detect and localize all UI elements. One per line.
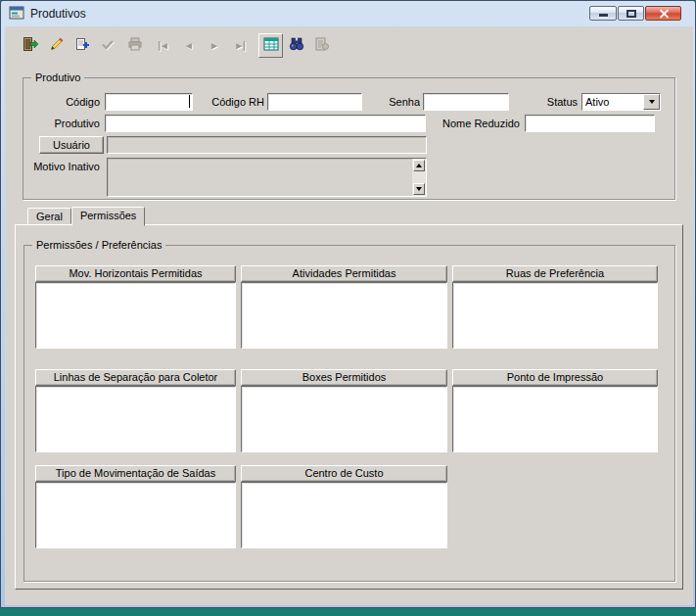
codigo-rh-input[interactable]	[267, 93, 362, 111]
codigo-rh-label: Código RH	[196, 95, 264, 109]
print-button[interactable]	[122, 33, 147, 58]
chevron-down-icon	[649, 100, 655, 104]
panel-header-button[interactable]: Boxes Permitidos	[241, 369, 447, 386]
produtivo-input[interactable]	[105, 115, 426, 132]
nome-reduzido-label: Nome Reduzido	[442, 117, 521, 130]
report-icon	[313, 36, 331, 55]
permission-panel-linhas-separacao: Linhas de Separação para Coletor	[35, 369, 236, 452]
first-record-icon: |◄	[158, 40, 168, 51]
window-icon	[9, 5, 24, 23]
binoculars-search-icon	[289, 36, 304, 55]
nome-reduzido-input[interactable]	[525, 115, 655, 132]
tipo-movimentacao-listbox[interactable]	[35, 482, 236, 548]
status-label: Status	[529, 95, 578, 109]
codigo-label: Código	[41, 95, 100, 109]
app-window: Produtivos	[0, 0, 696, 608]
tab-bar: Geral Permissões	[15, 207, 145, 225]
atividades-listbox[interactable]	[241, 282, 447, 349]
permission-panel-boxes: Boxes Permitidos	[241, 369, 447, 452]
panel-header-button[interactable]: Linhas de Separação para Coletor	[35, 369, 236, 386]
toolbar: |◄ ◄ ► ►|	[19, 32, 335, 58]
motivo-inativo-textarea[interactable]	[107, 158, 427, 197]
search-button[interactable]	[284, 33, 308, 58]
prior-record-icon: ◄	[184, 40, 193, 51]
permission-panel-centro-custo: Centro de Custo	[241, 465, 447, 548]
next-record-button[interactable]: ►	[202, 33, 226, 58]
ponto-impressao-listbox[interactable]	[452, 386, 658, 452]
insert-record-icon	[74, 36, 90, 55]
minimize-button[interactable]	[589, 6, 617, 21]
usuario-input[interactable]	[107, 136, 427, 154]
exit-door-icon	[23, 36, 39, 55]
pencil-edit-icon	[49, 36, 65, 55]
titlebar[interactable]: Produtivos	[1, 1, 695, 26]
ruas-preferencia-listbox[interactable]	[452, 282, 658, 349]
insert-record-button[interactable]	[70, 33, 94, 58]
scroll-up-button[interactable]	[413, 160, 425, 171]
client-area: |◄ ◄ ► ►|	[5, 26, 693, 605]
permission-panel-ponto-impressao: Ponto de Impressão	[452, 369, 658, 452]
status-value: Ativo	[582, 94, 643, 110]
scroll-down-button[interactable]	[413, 183, 425, 195]
report-button[interactable]	[309, 33, 334, 58]
print-icon	[127, 36, 143, 55]
panel-header-button[interactable]: Mov. Horizontais Permitidas	[35, 265, 236, 282]
next-record-icon: ►	[209, 40, 218, 51]
tab-geral[interactable]: Geral	[27, 208, 71, 224]
permission-panel-atividades: Atividades Permitidas	[241, 265, 447, 349]
centro-custo-listbox[interactable]	[241, 482, 447, 548]
vertical-scrollbar[interactable]	[412, 159, 426, 196]
permissoes-group-title: Permissões / Preferências	[32, 239, 165, 252]
maximize-button[interactable]	[618, 6, 644, 21]
text-caret	[189, 95, 190, 108]
panel-header-button[interactable]: Tipo de Movimentação de Saídas	[35, 465, 236, 482]
first-record-button[interactable]: |◄	[151, 33, 175, 58]
codigo-input[interactable]	[105, 93, 193, 111]
last-record-icon: ►|	[234, 40, 245, 51]
motivo-inativo-label: Motivo Inativo	[27, 160, 100, 173]
permissoes-tab-page: Permissões / Preferências Mov. Horizonta…	[15, 224, 683, 590]
boxes-permitidos-listbox[interactable]	[241, 386, 447, 452]
usuario-button[interactable]: Usuário	[39, 136, 104, 154]
exit-button[interactable]	[19, 33, 43, 58]
arrow-down-icon	[416, 187, 422, 191]
tab-permissoes[interactable]: Permissões	[71, 207, 145, 226]
maximize-icon	[626, 10, 636, 18]
prior-record-button[interactable]: ◄	[176, 33, 201, 58]
permission-panel-ruas: Ruas de Preferência	[452, 265, 658, 349]
last-record-button[interactable]: ►|	[227, 33, 252, 58]
minimize-icon	[599, 14, 608, 17]
produtivo-groupbox: Produtivo Código Código RH Senha Status …	[23, 77, 675, 200]
produtivo-label: Produtivo	[31, 117, 100, 130]
permission-panel-mov-horizontais: Mov. Horizontais Permitidas	[35, 265, 236, 349]
status-dropdown-button[interactable]	[643, 94, 660, 110]
panel-header-button[interactable]: Atividades Permitidas	[241, 265, 447, 282]
window-title: Produtivos	[30, 7, 86, 21]
data-grid-icon	[263, 36, 279, 55]
produtivo-group-title: Produtivo	[31, 71, 84, 84]
status-combobox[interactable]: Ativo	[581, 93, 661, 111]
permission-panel-tipo-movimentacao: Tipo de Movimentação de Saídas	[35, 465, 236, 548]
grid-view-button[interactable]	[258, 33, 283, 58]
permissoes-groupbox: Permissões / Preferências Mov. Horizonta…	[23, 245, 675, 582]
panel-header-button[interactable]: Ponto de Impressão	[452, 369, 658, 386]
post-record-button[interactable]	[95, 33, 119, 58]
senha-label: Senha	[361, 95, 420, 109]
linhas-separacao-listbox[interactable]	[35, 386, 236, 452]
arrow-up-icon	[416, 164, 422, 167]
post-record-icon	[100, 36, 116, 55]
edit-button[interactable]	[44, 33, 69, 58]
panel-header-button[interactable]: Centro de Custo	[241, 465, 447, 482]
senha-input[interactable]	[423, 93, 509, 111]
close-button[interactable]	[645, 6, 681, 21]
panel-header-button[interactable]: Ruas de Preferência	[452, 265, 658, 282]
mov-horizontais-listbox[interactable]	[35, 282, 236, 349]
